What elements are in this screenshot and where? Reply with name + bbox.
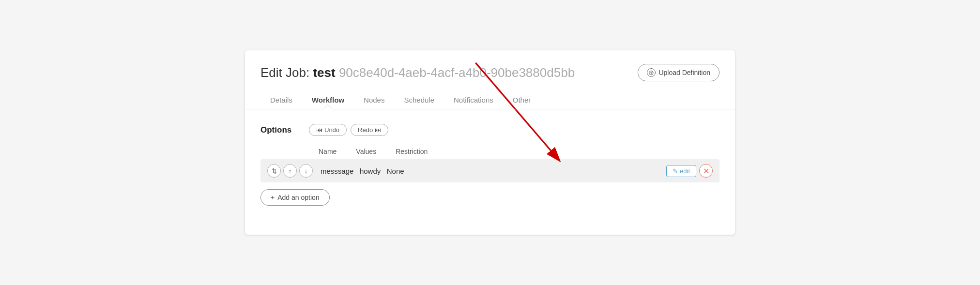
col-values-header: Values [356,148,376,155]
page-container: Edit Job: test 90c8e40d-4aeb-4acf-a4b0-9… [245,50,735,235]
edit-icon: ✎ [673,167,678,175]
tab-other[interactable]: Other [503,91,541,109]
redo-label: Redo [358,126,373,134]
option-values: howdy [360,167,381,175]
tab-details[interactable]: Details [260,91,302,109]
page-header: Edit Job: test 90c8e40d-4aeb-4acf-a4b0-9… [245,50,735,91]
options-header: Options ⏮ Undo Redo ⏭ [260,124,720,136]
tab-notifications[interactable]: Notifications [444,91,503,109]
undo-label: Undo [324,126,339,134]
undo-button[interactable]: ⏮ Undo [309,124,347,136]
options-title: Options [260,125,299,135]
tabs-nav: Details Workflow Nodes Schedule Notifica… [245,91,735,109]
upload-definition-button[interactable]: ⊕ Upload Definition [638,64,720,81]
job-id: 90c8e40d-4aeb-4acf-a4b0-90be3880d5bb [339,65,575,80]
page-title: Edit Job: test 90c8e40d-4aeb-4acf-a4b0-9… [260,65,575,80]
tab-schedule[interactable]: Schedule [394,91,444,109]
upload-icon: ⊕ [647,68,656,77]
add-option-button[interactable]: + Add an option [260,189,330,206]
sort-up-button[interactable]: ↑ [283,164,297,178]
redo-button[interactable]: Redo ⏭ [351,124,388,136]
option-name: messsage [321,167,353,175]
tab-nodes[interactable]: Nodes [354,91,394,109]
sort-both-button[interactable]: ⇅ [267,164,281,178]
add-icon: + [271,194,275,201]
remove-button[interactable]: ✕ [699,164,713,178]
main-content: Options ⏮ Undo Redo ⏭ Name Values Restri… [245,109,735,215]
col-restriction-header: Restriction [396,148,428,155]
redo-icon: ⏭ [375,126,381,134]
col-name-header: Name [319,148,337,155]
sort-buttons: ⇅ ↑ ↓ [267,164,313,178]
edit-button[interactable]: ✎ edit [666,165,696,177]
tab-workflow[interactable]: Workflow [302,91,354,109]
option-text: messsage howdy None [321,167,666,175]
remove-icon: ✕ [703,166,709,176]
undo-icon: ⏮ [316,126,322,134]
column-headers: Name Values Restriction [260,146,720,159]
upload-btn-label: Upload Definition [658,69,710,76]
job-name: test [313,65,335,80]
sort-down-button[interactable]: ↓ [299,164,313,178]
undo-redo-group: ⏮ Undo Redo ⏭ [309,124,388,136]
title-prefix: Edit Job: [260,65,309,80]
edit-label: edit [680,167,690,175]
add-option-label: Add an option [277,194,319,201]
option-row: ⇅ ↑ ↓ messsage howdy None ✎ edit ✕ [260,159,720,182]
option-actions: ✎ edit ✕ [666,164,713,178]
option-restriction: None [387,167,404,175]
